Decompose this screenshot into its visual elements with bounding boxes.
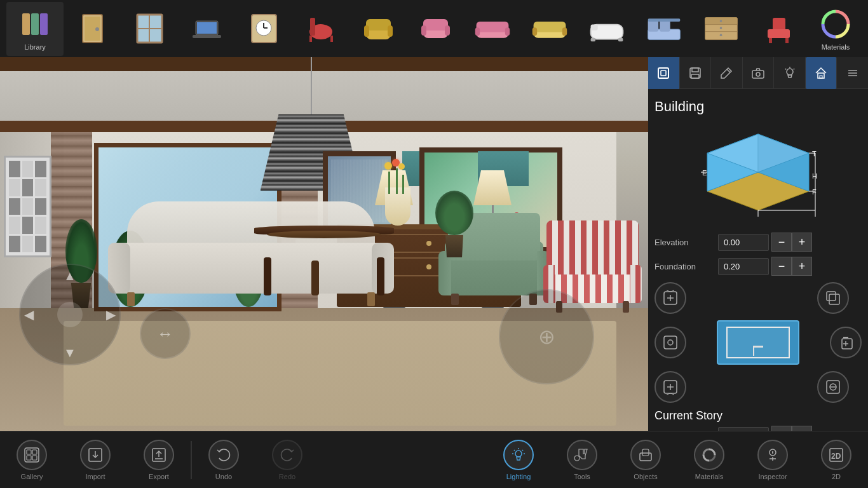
nav-joystick[interactable]: ▲ ▼ ◀ ▶ <box>13 264 127 378</box>
panel-title: Building <box>654 95 862 118</box>
action-buttons-row <box>654 282 862 314</box>
import-button[interactable]: Import <box>64 433 127 487</box>
tool-paint[interactable] <box>711 57 743 89</box>
library-label: Library <box>24 43 46 51</box>
svg-line-117 <box>514 450 515 451</box>
yellow-sofa-item[interactable] <box>521 2 578 56</box>
view-story-button[interactable] <box>654 327 686 358</box>
materials-button[interactable]: Materials <box>807 2 864 56</box>
svg-rect-21 <box>366 19 391 30</box>
clock-item[interactable] <box>235 2 292 56</box>
tool-save[interactable] <box>680 57 712 89</box>
tool-home[interactable] <box>806 57 837 89</box>
svg-rect-59 <box>692 68 698 72</box>
foundation-increase-button[interactable]: + <box>792 257 812 276</box>
panel-toolbar <box>648 57 868 89</box>
pink-sofa-icon <box>473 11 512 46</box>
inspector-label: Inspector <box>758 473 787 480</box>
bed-item[interactable] <box>635 2 693 56</box>
svg-rect-39 <box>618 37 623 41</box>
plant-pot-back <box>432 191 477 257</box>
materials-label: Materials <box>822 43 850 51</box>
svg-point-63 <box>756 72 760 76</box>
svg-rect-11 <box>193 35 221 38</box>
bathtub-item[interactable] <box>578 2 635 56</box>
pink-chair-icon <box>416 11 454 46</box>
svg-point-50 <box>720 34 722 36</box>
inspector-button[interactable]: Inspector <box>741 433 804 487</box>
svg-rect-108 <box>32 456 37 460</box>
svg-rect-31 <box>505 27 510 36</box>
nav-orbit[interactable]: ⊕ <box>499 289 594 384</box>
dresser-topbar-icon <box>702 11 740 46</box>
red-chair-item[interactable] <box>292 2 349 56</box>
elevation-increase-button[interactable]: + <box>792 233 812 252</box>
export-button[interactable]: Export <box>127 433 191 487</box>
yellow-armchair-item[interactable] <box>349 2 407 56</box>
nav-right-arrow[interactable]: ▶ <box>106 307 116 322</box>
floor-plan-thumbnail[interactable] <box>717 320 799 365</box>
materials-bottom-label: Materials <box>695 473 724 480</box>
materials-bottom-button[interactable]: Materials <box>677 433 741 487</box>
svg-rect-37 <box>591 24 598 30</box>
red-chair-icon <box>302 11 340 46</box>
svg-rect-18 <box>309 36 312 42</box>
paste-story-button[interactable] <box>830 327 862 358</box>
svg-rect-57 <box>661 71 666 76</box>
dresser-topbar-item[interactable] <box>693 2 750 56</box>
bottom-bar: Gallery Import Export <box>0 431 868 488</box>
tool-select[interactable] <box>648 57 680 89</box>
tool-light[interactable] <box>774 57 806 89</box>
action-buttons-row3 <box>654 371 862 403</box>
copy-story-button[interactable] <box>817 282 849 314</box>
gallery-button[interactable]: Gallery <box>0 433 64 487</box>
svg-text:E: E <box>702 169 707 177</box>
svg-point-120 <box>574 456 580 461</box>
undo-button[interactable]: Undo <box>192 433 255 487</box>
panel-content: Building T H E F <box>648 89 868 432</box>
nav-down-arrow[interactable]: ▼ <box>64 346 76 360</box>
tools-button[interactable]: Tools <box>550 433 614 487</box>
add-story-above-button[interactable] <box>654 282 686 314</box>
svg-rect-26 <box>421 25 426 36</box>
window-item[interactable] <box>121 2 178 56</box>
svg-rect-10 <box>197 22 217 34</box>
nav-left-arrow[interactable]: ◀ <box>24 307 34 322</box>
elevation-input[interactable]: 0.00 <box>718 234 769 251</box>
svg-rect-29 <box>477 21 509 32</box>
svg-rect-62 <box>752 71 764 78</box>
laptop-item[interactable] <box>178 2 235 56</box>
svg-point-114 <box>515 451 522 457</box>
nav-rotate[interactable]: ↔ <box>140 308 191 359</box>
nav-up-arrow[interactable]: ▲ <box>64 269 76 283</box>
2d-button[interactable]: 2D 2D <box>804 433 868 487</box>
door-item[interactable] <box>64 2 121 56</box>
foundation-label: Foundation <box>654 262 718 271</box>
tool-camera[interactable] <box>743 57 775 89</box>
laptop-icon <box>187 11 226 46</box>
add-story-below-button[interactable] <box>654 371 686 403</box>
wall-decor-left <box>4 156 51 257</box>
pink-sofa-item[interactable] <box>464 2 521 56</box>
tool-list[interactable] <box>837 57 868 89</box>
pink-chair-item[interactable] <box>407 2 464 56</box>
redo-button[interactable]: Redo <box>255 433 319 487</box>
foundation-decrease-button[interactable]: − <box>771 257 792 276</box>
action-buttons-row2 <box>654 320 862 365</box>
objects-button[interactable]: Objects <box>614 433 677 487</box>
lighting-button[interactable]: Lighting <box>487 433 550 487</box>
coffee-table <box>248 226 400 295</box>
viewport[interactable]: ▲ ▼ ◀ ▶ ↔ ⊕ <box>0 57 648 432</box>
foundation-input[interactable]: 0.20 <box>718 258 769 275</box>
svg-text:F: F <box>812 188 817 196</box>
materials-icon <box>817 7 855 42</box>
elevation-row: Elevation 0.00 − + <box>654 233 862 252</box>
delete-story-button[interactable] <box>817 371 849 403</box>
svg-rect-23 <box>388 25 393 37</box>
red-chair2-item[interactable] <box>750 2 807 56</box>
library-button[interactable]: Library <box>6 2 64 56</box>
elevation-decrease-button[interactable]: − <box>771 233 792 252</box>
svg-rect-0 <box>22 13 30 35</box>
svg-line-67 <box>785 69 786 70</box>
svg-point-64 <box>787 69 793 75</box>
